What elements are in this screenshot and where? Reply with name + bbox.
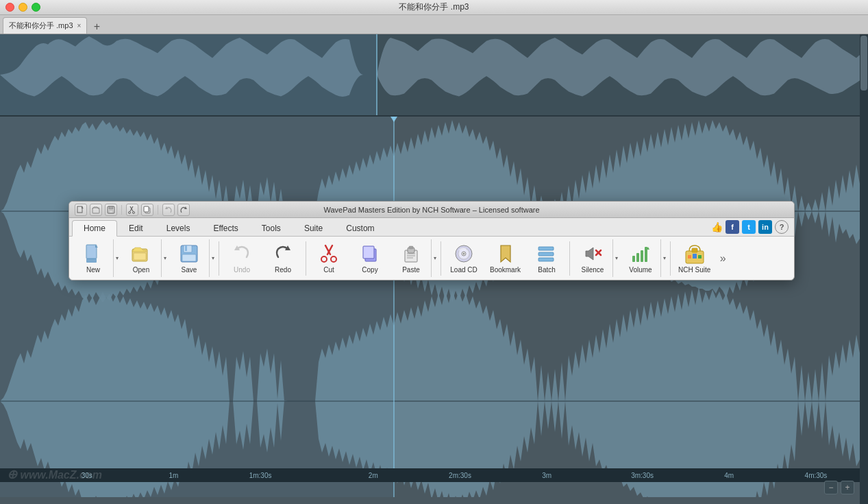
undo-button[interactable]: Undo xyxy=(222,239,262,277)
batch-icon xyxy=(536,243,558,265)
like-button[interactable]: 👍 xyxy=(711,221,723,232)
waveform-overview[interactable] xyxy=(0,34,868,117)
open-button[interactable]: Open xyxy=(121,239,161,277)
volume-label: Volume xyxy=(629,266,652,274)
toolbar-new-icon[interactable] xyxy=(75,204,87,216)
zoom-in-button[interactable]: + xyxy=(841,481,854,494)
toolbar-save-icon[interactable] xyxy=(105,204,117,216)
tab-suite[interactable]: Suite xyxy=(293,220,334,236)
svg-rect-54 xyxy=(538,258,554,261)
tab-tools[interactable]: Tools xyxy=(250,220,293,236)
tab-custom[interactable]: Custom xyxy=(334,220,386,236)
svg-marker-55 xyxy=(586,248,593,260)
cut-button[interactable]: Cut xyxy=(309,239,349,277)
toolbar-title: WavePad Masters Edition by NCH Software … xyxy=(323,206,539,214)
svg-marker-51 xyxy=(501,245,510,262)
qa-separator2 xyxy=(158,205,158,215)
silence-button[interactable]: Silence xyxy=(573,239,612,277)
save-arrow[interactable]: ▾ xyxy=(209,239,216,277)
svg-rect-21 xyxy=(144,206,149,212)
toolbar-cut-icon[interactable] xyxy=(126,204,138,216)
scrollbar-thumb[interactable] xyxy=(860,36,867,91)
toolbar-title-left xyxy=(75,204,190,216)
zoom-out-icon: − xyxy=(828,483,833,492)
separator-5 xyxy=(670,241,671,276)
new-button[interactable]: New xyxy=(73,239,113,277)
save-tool-group: Save ▾ xyxy=(169,239,216,277)
svg-rect-53 xyxy=(538,252,554,256)
batch-label: Batch xyxy=(538,266,556,274)
bookmark-button[interactable]: Bookmark xyxy=(485,239,525,277)
open-label: Open xyxy=(133,266,149,274)
svg-rect-52 xyxy=(538,247,554,250)
timeline-label-4m: 4m xyxy=(724,472,734,479)
timeline-label-3m30s: 3m:30s xyxy=(631,472,654,479)
linkedin-button[interactable]: in xyxy=(758,220,772,234)
paste-arrow[interactable]: ▾ xyxy=(431,239,438,277)
svg-rect-58 xyxy=(632,256,635,262)
tab-levels[interactable]: Levels xyxy=(155,220,202,236)
svg-point-38 xyxy=(331,256,336,262)
tab-effects[interactable]: Effects xyxy=(201,220,249,236)
svg-rect-60 xyxy=(641,250,643,262)
toolbar-paste-icon[interactable] xyxy=(141,204,153,216)
waveform-main[interactable]: 30s 1m 1m:30s 2m 2m:30s 3m 3m:30s 4m 4m:… xyxy=(0,117,868,497)
window-title: 不能和你分手 .mp3 xyxy=(399,1,469,13)
toolbar-open-icon[interactable] xyxy=(90,204,102,216)
toolbar-undo-icon[interactable] xyxy=(162,204,175,216)
help-button[interactable]: ? xyxy=(775,220,789,234)
scrollbar[interactable] xyxy=(860,34,868,504)
copy-label: Copy xyxy=(362,266,377,274)
copy-button[interactable]: Copy xyxy=(350,239,390,277)
separator-2 xyxy=(306,241,306,276)
qa-separator xyxy=(121,205,122,215)
toolbar-content: New ▾ Open ▾ xyxy=(69,237,794,280)
facebook-button[interactable]: f xyxy=(726,220,739,234)
save-button[interactable]: Save xyxy=(169,239,209,277)
timeline-label-4m30s: 4m:30s xyxy=(805,472,828,479)
tab-edit[interactable]: Edit xyxy=(117,220,155,236)
batch-button[interactable]: Batch xyxy=(527,239,567,277)
volume-button[interactable]: Volume xyxy=(621,239,660,277)
paste-tool-group: Paste ▾ xyxy=(391,239,438,277)
timeline-label-3m: 3m xyxy=(542,472,551,479)
window-controls xyxy=(5,3,40,12)
toolbar-redo-icon[interactable] xyxy=(177,204,190,216)
main-waveform-svg xyxy=(0,117,868,497)
bookmark-label: Bookmark xyxy=(490,266,521,274)
svg-rect-32 xyxy=(182,254,196,261)
svg-rect-30 xyxy=(184,245,192,252)
load-cd-label: Load CD xyxy=(450,266,477,274)
overview-waveform-svg xyxy=(0,34,868,115)
paste-button[interactable]: Paste xyxy=(391,239,431,277)
volume-arrow[interactable]: ▾ xyxy=(660,239,667,277)
maximize-button[interactable] xyxy=(32,3,40,12)
close-button[interactable] xyxy=(5,3,14,12)
load-cd-button[interactable]: Load CD xyxy=(444,239,484,277)
open-arrow[interactable]: ▾ xyxy=(161,239,168,277)
svg-point-37 xyxy=(321,256,327,262)
svg-rect-26 xyxy=(86,259,97,263)
open-tool-group: Open ▾ xyxy=(121,239,168,277)
svg-point-50 xyxy=(463,253,465,255)
more-tools-button[interactable]: » xyxy=(718,241,728,276)
svg-rect-43 xyxy=(409,246,413,249)
file-tab[interactable]: 不能和你分手 .mp3 × xyxy=(3,17,87,34)
bookmark-icon xyxy=(495,243,517,265)
close-tab-button[interactable]: × xyxy=(77,22,82,29)
svg-rect-10 xyxy=(77,206,82,213)
silence-arrow[interactable]: ▾ xyxy=(612,239,619,277)
svg-rect-59 xyxy=(636,253,639,262)
nch-suite-button[interactable]: NCH Suite xyxy=(673,239,715,277)
twitter-button[interactable]: t xyxy=(742,220,756,234)
redo-button[interactable]: Redo xyxy=(263,239,303,277)
tab-home[interactable]: Home xyxy=(72,220,117,237)
new-arrow[interactable]: ▾ xyxy=(113,239,120,277)
timeline-label-30s: 30s xyxy=(82,472,92,479)
add-tab-button[interactable]: + xyxy=(90,20,103,34)
zoom-out-button[interactable]: − xyxy=(824,481,838,494)
minimize-button[interactable] xyxy=(18,3,27,12)
timeline-label-1m: 1m xyxy=(169,472,178,479)
paste-label: Paste xyxy=(402,266,420,274)
svg-rect-31 xyxy=(185,245,187,251)
